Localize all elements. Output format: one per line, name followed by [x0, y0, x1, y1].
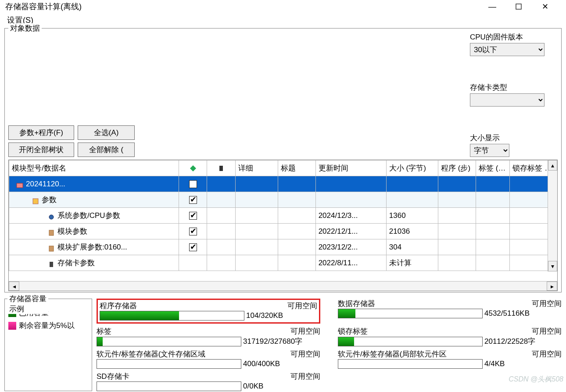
col-icon2[interactable]: [207, 160, 235, 176]
svg-rect-3: [17, 183, 23, 188]
scroll-up-icon[interactable]: ▴: [548, 160, 557, 171]
svg-rect-7: [49, 246, 54, 251]
table-row[interactable]: 存储卡参数2022/8/11...未计算: [9, 255, 557, 271]
row-cell: [207, 192, 235, 208]
params-icon: [32, 197, 40, 204]
select-all-button[interactable]: 全选(A): [78, 125, 135, 140]
project-icon: [16, 181, 24, 188]
size-display-select[interactable]: 字节: [470, 144, 509, 157]
table-row[interactable]: 模块参数2022/12/1...21036: [9, 224, 557, 239]
row-name-cell[interactable]: 系统参数/CPU参数: [9, 208, 179, 224]
row-cell: [207, 239, 235, 255]
col-icon1[interactable]: [179, 160, 207, 176]
capacity-avail-label: 可用空间: [290, 349, 320, 359]
capacity-name: SD存储卡: [97, 371, 129, 381]
svg-rect-6: [49, 230, 54, 235]
scroll-right-icon[interactable]: ▸: [547, 282, 557, 291]
close-button[interactable]: ✕: [536, 0, 554, 13]
param-program-button[interactable]: 参数+程序(F): [8, 125, 74, 140]
svg-rect-8: [50, 262, 53, 267]
minimize-button[interactable]: —: [484, 0, 501, 13]
row-cell: [476, 176, 510, 192]
col-tag[interactable]: 标签 (字): [476, 160, 510, 176]
chip-icon: [190, 165, 197, 172]
capacity-name: 软元件/标签存储器(文件存储区域: [97, 349, 205, 359]
row-cell: [386, 192, 438, 208]
toggle-tree-button[interactable]: 开闭全部树状: [8, 143, 74, 157]
scroll-left-icon[interactable]: ◂: [9, 282, 19, 291]
table-row[interactable]: 模块扩展参数:0160...2023/12/2...304: [9, 239, 557, 255]
row-cell: [235, 176, 278, 192]
row-name-cell[interactable]: 存储卡参数: [9, 255, 179, 271]
legend-low: 剩余容量为5%以: [8, 321, 88, 331]
col-prog[interactable]: 程序 (步): [438, 160, 476, 176]
row-name-label: 模块扩展参数:0160...: [57, 243, 127, 251]
capacity-name: 标签: [97, 326, 111, 336]
checkbox-icon[interactable]: [189, 243, 197, 251]
cpu-firmware-select[interactable]: 30以下: [470, 43, 545, 56]
size-display-label: 大小显示: [470, 133, 545, 143]
row-name-cell[interactable]: 参数: [9, 192, 179, 208]
app-window: 存储器容量计算(离线) — ✕ 设置(S) 对象数据 参数+程序(F) 开闭全部…: [0, 0, 566, 386]
col-name[interactable]: 模块型号/数据名: [9, 160, 179, 176]
checkbox-icon[interactable]: [189, 196, 197, 204]
clear-all-button[interactable]: 全部解除 (: [78, 143, 135, 157]
scroll-down-icon[interactable]: ▾: [548, 261, 557, 271]
row-cell: [438, 224, 476, 239]
table-row[interactable]: 参数: [9, 192, 557, 208]
checkbox-icon[interactable]: [189, 228, 197, 235]
legend-low-swatch: [8, 322, 16, 330]
row-cell: [315, 192, 386, 208]
capacity-item-devloc: 软元件/标签存储器(局部软元件区可用空间4/4KB: [338, 349, 562, 369]
capacity-value: 104/320KB: [246, 311, 316, 320]
row-check-cell[interactable]: [179, 255, 207, 271]
table-row[interactable]: 系统参数/CPU参数2024/12/3...1360: [9, 208, 557, 224]
row-check-cell[interactable]: [179, 224, 207, 239]
row-check-cell[interactable]: [179, 208, 207, 224]
table-row[interactable]: 20241120...: [9, 176, 557, 192]
row-name-cell[interactable]: 20241120...: [9, 176, 179, 192]
row-check-cell[interactable]: [179, 176, 207, 192]
checkbox-icon[interactable]: [189, 180, 197, 188]
maximize-button[interactable]: [510, 0, 527, 13]
col-detail[interactable]: 详细: [235, 160, 278, 176]
capacity-value: 317192/327680字: [243, 336, 313, 346]
row-cell: 2024/12/3...: [315, 208, 386, 224]
capacity-avail-label: 可用空间: [532, 349, 562, 359]
capacity-item-devfile: 软元件/标签存储器(文件存储区域可用空间400/400KB: [97, 349, 320, 369]
capacity-item-latch: 锁存标签可用空间20112/22528字: [338, 326, 562, 346]
row-cell: [476, 239, 510, 255]
capacity-name: 锁存标签: [338, 326, 368, 336]
row-check-cell[interactable]: [179, 239, 207, 255]
card-type-select[interactable]: [470, 93, 545, 107]
row-cell: [438, 239, 476, 255]
row-name-cell[interactable]: 模块参数: [9, 224, 179, 239]
row-check-cell[interactable]: [179, 192, 207, 208]
checkbox-icon[interactable]: [189, 212, 197, 220]
row-cell: [207, 255, 235, 271]
object-data-group: 对象数据 参数+程序(F) 开闭全部树状 全选(A) 全部解除 ( CPU的固件…: [4, 28, 562, 292]
capacity-avail-label: 可用空间: [532, 299, 562, 309]
vertical-scrollbar[interactable]: ▴ ▾: [548, 160, 557, 271]
row-name-cell[interactable]: 模块扩展参数:0160...: [9, 239, 179, 255]
gear-icon: [48, 213, 56, 220]
col-title[interactable]: 标题: [278, 160, 315, 176]
row-cell: [438, 176, 476, 192]
menu-bar: 设置(S): [0, 13, 566, 26]
row-name-label: 参数: [42, 196, 57, 204]
row-cell: 2022/12/1...: [315, 224, 386, 239]
capacity-value: 20112/22528字: [484, 336, 555, 346]
module-icon: [48, 228, 56, 235]
row-cell: 21036: [386, 224, 438, 239]
capacity-grid: 程序存储器可用空间104/320KB数据存储器可用空间4532/5116KB标签…: [97, 299, 562, 391]
capacity-bar: [100, 311, 244, 321]
horizontal-scrollbar[interactable]: ◂ ▸: [9, 281, 557, 291]
cpu-firmware-label: CPU的固件版本: [470, 32, 545, 42]
capacity-value: 0/0KB: [243, 382, 313, 391]
watermark: CSDN @头枫508: [509, 375, 563, 384]
card-icon: [48, 260, 56, 267]
col-updated[interactable]: 更新时间: [315, 160, 386, 176]
col-size[interactable]: 大小 (字节): [386, 160, 438, 176]
row-cell: [278, 239, 315, 255]
capacity-bar: [338, 337, 483, 346]
